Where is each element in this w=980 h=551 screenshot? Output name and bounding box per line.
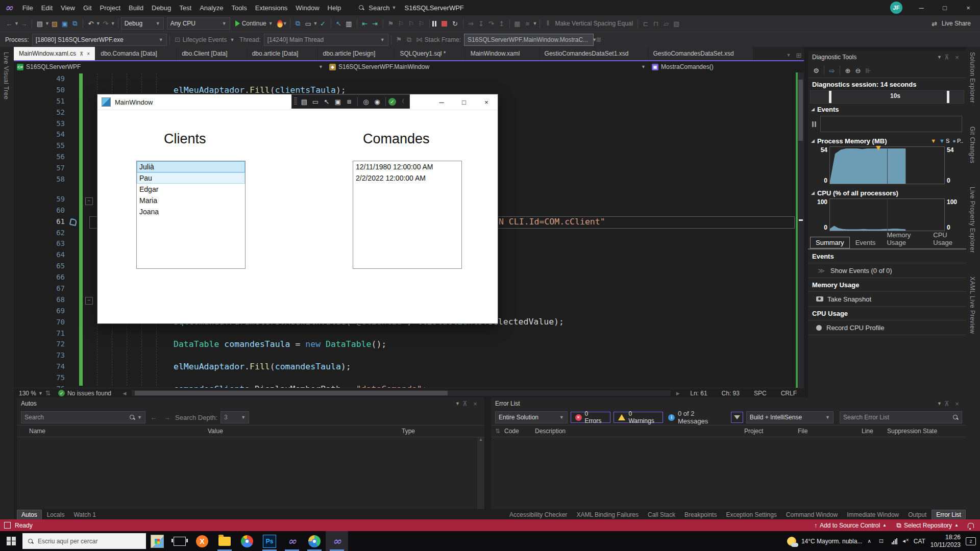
client-list-item[interactable]: Joana [137,206,245,217]
platform-dropdown[interactable]: Any CPU▼ [167,17,230,30]
scroll-right-icon[interactable]: ▶ [673,388,683,398]
fold-collapse-icon[interactable]: − [85,197,93,205]
close-icon[interactable]: × [386,51,389,57]
user-avatar[interactable]: JF [890,2,902,14]
cpu-section-header[interactable]: CPU (% of all processors) [817,189,898,197]
editor-horizontal-scrollbar[interactable] [132,390,671,396]
gear-icon[interactable]: ⚙ [811,65,821,76]
open-file-icon[interactable]: ▨ [50,18,60,29]
stack-options-icon[interactable]: ≣ [594,35,604,45]
column-line[interactable]: Line [862,428,887,435]
take-snapshot-link[interactable]: Take Snapshot [808,292,966,307]
document-tab[interactable]: dbo.Comanda [Data] ⊼ × [95,47,176,60]
client-list-item[interactable]: Edgar [137,184,245,195]
scroll-left-icon[interactable]: ◀ [119,388,130,398]
step-out-icon[interactable]: ↥ [497,18,507,29]
events-section-header[interactable]: Events [817,106,839,113]
taskbar-file-explorer[interactable] [213,531,236,551]
show-next-statement-icon[interactable]: ⇒ [466,18,476,29]
breadcrumb-project[interactable]: C# S16SQLServerWPF ▼ [14,61,326,72]
zoom-in-icon[interactable]: ⊕ [843,65,853,76]
document-tab[interactable]: GestioComandesDataSet.xsd ⊼ × [648,47,753,60]
tab-list-chevron-icon[interactable]: ▼ [783,50,794,60]
application-insights-icon[interactable]: ▭ [303,18,313,29]
fold-collapse-icon[interactable]: − [85,297,93,305]
clock[interactable]: 18:26 10/11/2023 [930,534,961,549]
breadcrumb-type[interactable]: ◆ S16SQLServerWPF.MainWindow ▼ [326,61,649,72]
designer-grid-icon[interactable]: ▦ [512,18,523,29]
document-tab[interactable]: dbo.Client [Data] ⊼ × [177,47,247,60]
column-name[interactable]: Name [17,428,208,435]
previous-bookmark-icon[interactable]: ⚐ [396,18,406,29]
bottom-panel-tab[interactable]: Exception Settings [722,510,780,519]
scrollbar-thumb[interactable] [798,80,803,141]
pin-icon[interactable]: ⊼ [302,51,305,57]
memory-section-header[interactable]: Process Memory (MB) [817,137,887,145]
collapse-triangle-icon[interactable]: ◢ [811,138,815,143]
save-all-icon[interactable]: ⧉ [70,18,80,29]
autos-scrollbar[interactable]: ▲ [477,437,484,509]
taskbar-xampp-app[interactable]: X [191,531,213,551]
diagnostics-tab[interactable]: CPU Usage [927,229,966,248]
bottom-panel-tab[interactable]: Watch 1 [69,510,100,519]
thread-dropdown[interactable]: [14240] Main Thread▼ [264,34,388,46]
right-tool-tab[interactable]: XAML Live Preview [966,271,978,339]
close-icon[interactable]: × [531,51,534,57]
bottom-panel-tab[interactable]: Accessibility Checker [505,510,571,519]
warnings-filter-button[interactable]: 0 Warnings [614,412,663,423]
close-icon[interactable]: × [238,51,241,57]
menu-item[interactable]: Window [291,0,323,15]
taskbar-search-input[interactable]: Escriu aquí per cercar [22,533,146,549]
code-line-61[interactable]: N CLI.Id=COM.cClient" [499,216,804,228]
flag-threads-icon[interactable]: ⚑ [394,35,404,45]
notification-center-icon[interactable]: 2 [966,537,976,545]
column-code[interactable]: Code [504,428,535,435]
hot-reload-status-icon[interactable]: ◎ [360,96,372,107]
margin-glyph-icon[interactable] [69,218,76,225]
search-depth-dropdown[interactable]: 3▼ [220,411,249,423]
collapse-triangle-icon[interactable]: ◢ [811,190,815,195]
column-suppression[interactable]: Suppression State [887,428,937,435]
drag-grip-icon[interactable] [294,97,297,106]
diagnostics-tab[interactable]: Summary [810,237,850,248]
show-events-link[interactable]: ≫Show Events (0 of 0) [808,263,966,278]
stop-debugging-icon[interactable] [442,21,447,27]
error-list-body[interactable] [491,437,966,509]
menu-item[interactable]: Extensions [251,0,292,15]
diagnostics-tab[interactable]: Events [850,237,881,248]
pin-icon[interactable]: ⊼ [379,51,382,57]
build-filter-dropdown[interactable]: Build + IntelliSense▼ [746,411,834,423]
bottom-panel-tab[interactable]: Locals [43,510,69,519]
align-lefts-icon[interactable]: ⊏ [641,18,651,29]
column-value[interactable]: Value [208,428,402,435]
window-position-icon[interactable]: ▼ [937,55,942,60]
filter-button[interactable] [731,412,743,423]
pin-icon[interactable]: ⊼ [161,51,164,57]
close-icon[interactable]: × [87,51,90,57]
language-indicator[interactable]: CAT [914,538,925,545]
taskbar-photos-app[interactable] [146,531,168,551]
bottom-panel-tab[interactable]: Error List [932,510,966,520]
menu-item[interactable]: Edit [37,0,57,15]
code-line-76[interactable]: comandesClients.DisplayMemberPath = "dat… [174,384,804,388]
bottom-panel-tab[interactable]: Breakpoints [680,510,721,519]
bottom-panel-tab[interactable]: Call Stack [644,510,679,519]
vertical-spacing-label[interactable]: Make Vertical Spacing Equal [555,20,633,27]
right-tool-tab[interactable]: Solution Explorer [966,47,978,108]
no-issues-check-icon[interactable]: ✓ [388,98,396,106]
messages-filter-button[interactable]: i0 of 2 Messages [666,410,727,425]
task-view-button[interactable] [168,531,191,551]
document-tab[interactable]: MainWindow.xaml ⊼ × [465,47,539,60]
document-tab[interactable]: dbo.article [Data] ⊼ × [247,47,317,60]
select-element-icon[interactable]: ↖ [321,96,332,107]
show-threads-icon[interactable]: ⧉ [404,35,414,45]
error-list-search-input[interactable]: Search Error List [840,411,962,423]
save-icon[interactable]: ▣ [60,18,70,29]
close-icon[interactable]: × [309,51,312,57]
search-control[interactable]: Search ▼ [354,0,400,15]
menu-item[interactable]: Git [79,0,96,15]
display-layout-adorners-icon[interactable]: ▣ [332,96,344,107]
pin-icon[interactable]: ⊼ [942,52,952,62]
close-icon[interactable]: × [745,51,748,57]
client-list-item[interactable]: Pau [137,172,245,184]
